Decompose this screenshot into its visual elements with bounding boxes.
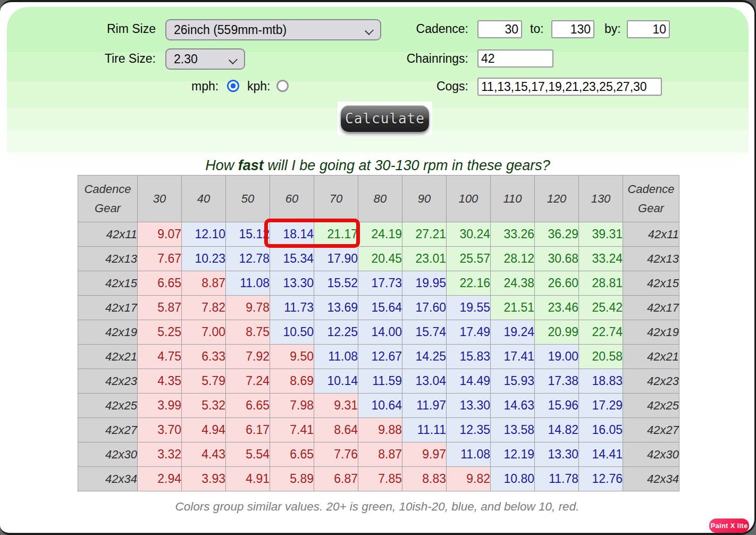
calculate-button[interactable]: Calculate (341, 105, 429, 132)
speed-cell: 19.00 (535, 345, 579, 369)
paint-x-lite-watermark: Paint X lite (709, 519, 749, 533)
tire-size-select[interactable]: 2.30 (165, 48, 245, 70)
speed-cell: 3.32 (138, 442, 182, 467)
speed-cell: 39.31 (579, 222, 623, 247)
speed-cell: 15.83 (447, 345, 491, 369)
speed-cell: 15.93 (491, 369, 535, 394)
gear-label-cell: 42x17 (78, 296, 138, 320)
gear-label-cell: 42x13 (623, 247, 679, 271)
gear-label-cell: 42x15 (78, 271, 138, 296)
gear-label-cell: 42x15 (623, 271, 679, 296)
table-row: 42x342.943.934.915.896.877.858.839.8210.… (78, 467, 679, 491)
speed-cell: 14.63 (491, 394, 535, 418)
gear-label-cell: 42x19 (78, 320, 138, 345)
speed-cell: 15.96 (535, 394, 579, 418)
to-label: to: (530, 22, 544, 36)
speed-cell: 13.30 (270, 271, 314, 296)
by-label: by: (604, 22, 621, 36)
color-legend-note: Colors group similar values. 20+ is gree… (0, 500, 754, 514)
speed-cell: 7.92 (226, 345, 270, 369)
mph-radio[interactable] (227, 80, 239, 92)
speed-cell: 13.30 (447, 394, 491, 418)
cadence-from-input[interactable]: 30 (477, 20, 522, 38)
speed-cell: 11.97 (402, 394, 447, 418)
speed-cell: 16.05 (579, 418, 623, 442)
table-row: 42x214.756.337.929.5011.0812.6714.2515.8… (78, 345, 679, 369)
kph-radio[interactable] (276, 80, 289, 92)
speed-cell: 15.64 (358, 296, 402, 320)
speed-cell: 15.12 (226, 222, 270, 247)
speed-cell: 9.07 (138, 222, 182, 247)
speed-cell: 5.79 (182, 369, 226, 394)
cogs-label: Cogs: (400, 79, 468, 94)
speed-cell: 36.29 (535, 222, 579, 247)
speed-cell: 12.76 (579, 467, 623, 491)
gear-label-cell: 42x30 (78, 442, 138, 467)
speed-cell: 11.08 (226, 271, 270, 296)
speed-cell: 19.95 (402, 271, 447, 296)
speed-cell: 6.65 (226, 394, 270, 418)
speed-cell: 7.24 (226, 369, 270, 394)
speed-cell: 20.99 (535, 320, 579, 345)
speed-cell: 20.45 (358, 247, 402, 271)
tire-size-value: 2.30 (174, 52, 198, 66)
speed-cell: 33.24 (579, 247, 623, 271)
speed-cell: 8.87 (358, 442, 402, 467)
speed-cell: 13.69 (314, 296, 358, 320)
speed-cell: 6.17 (226, 418, 270, 442)
table-header: CadenceGear30405060708090100110120130Cad… (78, 175, 679, 222)
speed-cell: 8.87 (182, 271, 226, 296)
cadence-header-cell: 130 (579, 175, 623, 222)
table-row: 42x175.877.829.7811.7313.6915.6417.6019.… (78, 296, 679, 320)
speed-cell: 3.70 (138, 418, 182, 442)
rim-size-select[interactable]: 26inch (559mm-mtb) (165, 19, 381, 40)
cadence-header-cell: 110 (491, 175, 535, 222)
speed-cell: 4.91 (226, 467, 270, 491)
gear-label-cell: 42x27 (623, 418, 679, 442)
speed-cell: 13.58 (491, 418, 535, 442)
table-row: 42x273.704.946.177.418.649.8811.1112.351… (78, 418, 679, 442)
chainrings-input[interactable]: 42 (477, 49, 553, 68)
cadence-by-input[interactable]: 10 (627, 20, 670, 38)
speed-cell: 12.19 (491, 442, 535, 467)
speed-cell: 9.31 (314, 394, 358, 418)
speed-cell: 5.89 (270, 467, 314, 491)
speed-cell: 4.43 (182, 442, 226, 467)
speed-table: CadenceGear30405060708090100110120130Cad… (78, 175, 679, 491)
speed-cell: 7.41 (270, 418, 314, 442)
speed-cell: 28.81 (579, 271, 623, 296)
speed-cell: 2.94 (138, 467, 182, 491)
speed-cell: 27.21 (402, 222, 447, 247)
chainrings-label: Chainrings: (379, 52, 468, 66)
speed-cell: 6.65 (270, 442, 314, 467)
title-suffix: will I be going at 30-130 rpm in these g… (264, 157, 550, 173)
speed-cell: 23.01 (402, 247, 447, 271)
speed-cell: 17.29 (579, 394, 623, 418)
speed-cell: 5.32 (182, 394, 226, 418)
rim-size-value: 26inch (559mm-mtb) (174, 23, 287, 37)
speed-cell: 18.83 (579, 369, 623, 394)
speed-cell: 4.94 (182, 418, 226, 442)
speed-cell: 4.75 (138, 345, 182, 369)
speed-cell: 12.67 (358, 345, 402, 369)
gear-label-cell: 42x17 (623, 296, 679, 320)
gear-label-cell: 42x11 (623, 222, 679, 247)
title-prefix: How (205, 157, 238, 173)
speed-cell: 9.97 (402, 442, 447, 467)
speed-cell: 8.69 (270, 369, 314, 394)
speed-cell: 15.34 (270, 247, 314, 271)
speed-cell: 21.51 (491, 296, 535, 320)
cadence-header-cell: 30 (138, 175, 182, 222)
cogs-input[interactable]: 11,13,15,17,19,21,23,25,27,30 (477, 78, 662, 96)
speed-cell: 9.88 (358, 418, 402, 442)
cadence-label: Cadence: (390, 22, 468, 36)
gear-label-cell: 42x21 (623, 345, 679, 369)
cadence-header-cell: 120 (535, 175, 579, 222)
cadence-to-input[interactable]: 130 (551, 20, 594, 38)
cadence-header-cell: 50 (226, 175, 270, 222)
speed-cell: 15.52 (314, 271, 358, 296)
speed-cell: 10.80 (491, 467, 535, 491)
cadence-header-cell: 80 (358, 175, 402, 222)
speed-cell: 23.46 (535, 296, 579, 320)
speed-cell: 21.17 (314, 222, 358, 247)
